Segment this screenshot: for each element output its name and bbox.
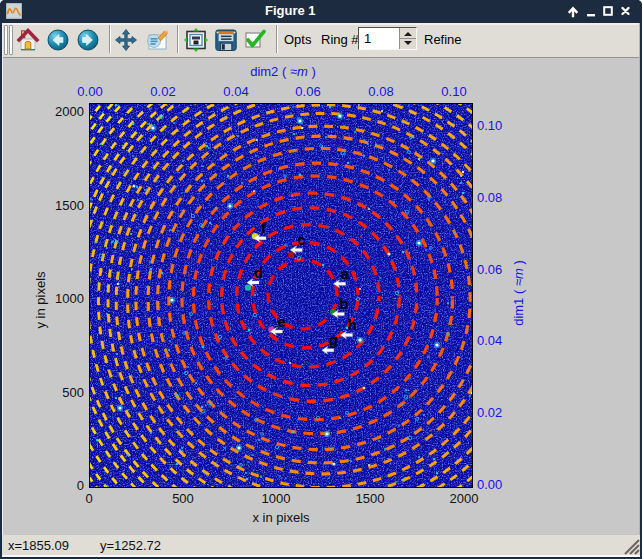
svg-text:a: a <box>341 265 350 282</box>
svg-text:g: g <box>329 331 338 348</box>
svg-text:h: h <box>348 316 357 333</box>
svg-text:c: c <box>297 231 305 248</box>
svg-text:b: b <box>339 295 348 312</box>
svg-text:e: e <box>277 313 285 330</box>
svg-text:d: d <box>254 264 263 281</box>
